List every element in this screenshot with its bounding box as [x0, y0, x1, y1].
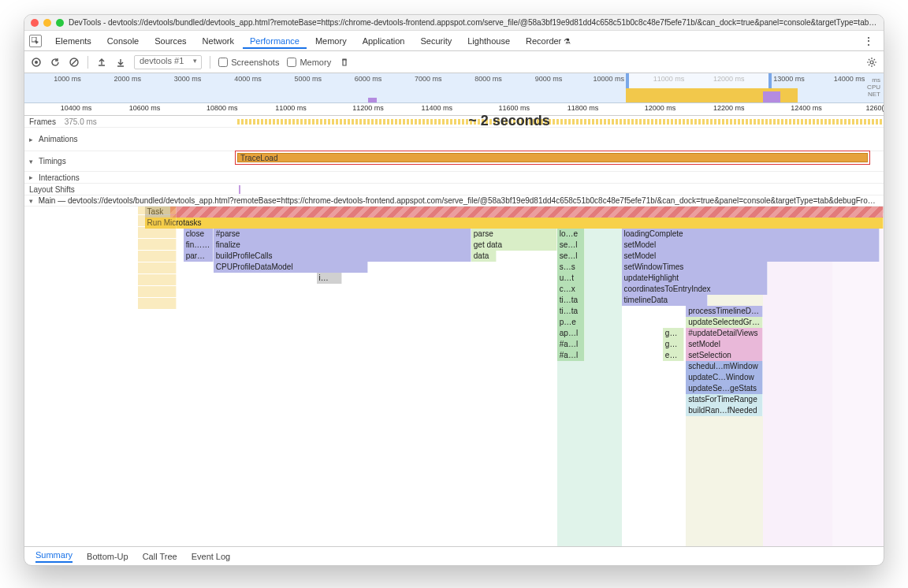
flame-entry-hashparse[interactable]: #parse: [214, 229, 471, 240]
flame-entry-close[interactable]: close: [184, 229, 214, 240]
tab-network[interactable]: Network: [195, 33, 241, 49]
traceload-label: TraceLoad: [240, 154, 277, 162]
flame-entry-statsfortimerange[interactable]: statsForTimeRange: [686, 394, 763, 405]
flame-entry-schedul-mwindow[interactable]: schedul…mWindow: [686, 361, 763, 372]
tab-security[interactable]: Security: [413, 33, 459, 49]
flame-entry-e[interactable]: e…: [663, 350, 684, 361]
flame-entry-s-s[interactable]: s…s: [557, 262, 585, 273]
flame-entry-run-microtasks[interactable]: Run Microtasks: [145, 218, 884, 229]
record-icon[interactable]: [31, 57, 42, 68]
window-minimize-icon[interactable]: [43, 19, 51, 27]
flame-entry-c-x[interactable]: c…x: [557, 284, 585, 295]
track-interactions[interactable]: ▸Interactions: [24, 172, 884, 184]
flame-entry-p-e[interactable]: p…e: [557, 317, 585, 328]
flame-entry-setselection[interactable]: setSelection: [686, 350, 763, 361]
clear-icon[interactable]: [69, 57, 80, 68]
flame-entry-par-at[interactable]: par…at: [184, 251, 214, 262]
flame-entry-updatec-window[interactable]: updateC…Window: [686, 372, 763, 383]
ruler-tick: 10600 ms: [129, 104, 161, 112]
flame-entry-setwindowtimes[interactable]: setWindowTimes: [622, 262, 768, 273]
flame-entry-se-l2[interactable]: se…l: [557, 251, 585, 262]
traceload-bar[interactable]: [237, 153, 868, 162]
window-close-icon[interactable]: [31, 19, 39, 27]
memory-checkbox[interactable]: Memory: [287, 58, 331, 67]
ruler-tick: 12400 ms: [791, 104, 822, 112]
flame-entry-g1[interactable]: g…: [663, 328, 684, 339]
profile-selector[interactable]: devtools #1: [134, 55, 202, 69]
flame-entry-loadingcomplete[interactable]: loadingComplete: [622, 229, 880, 240]
flame-entry-updateselectedgroup[interactable]: updateSelectedGroup: [686, 317, 763, 328]
tab-summary[interactable]: Summary: [35, 550, 73, 563]
reload-record-icon[interactable]: [50, 57, 61, 68]
flame-entry-ha-l[interactable]: #a…l: [557, 339, 585, 350]
flame-entry-g2[interactable]: g…: [663, 339, 684, 350]
track-timings[interactable]: ▾Timings TraceLoad: [24, 151, 884, 172]
flame-entry-ha-l2[interactable]: #a…l: [557, 350, 585, 361]
tab-recorder[interactable]: Recorder ⚗: [519, 33, 578, 49]
panel-tabs: Elements Console Sources Network Perform…: [24, 31, 884, 51]
flame-entry-buildprofilecalls[interactable]: buildProfileCalls: [214, 251, 471, 262]
ruler-tick: 12200 ms: [713, 104, 745, 112]
flame-entry-se-l[interactable]: se…l: [557, 240, 585, 251]
tab-application[interactable]: Application: [355, 33, 412, 49]
flame-entry-i[interactable]: i…: [317, 273, 343, 284]
flame-entry-ap-l[interactable]: ap…l: [557, 328, 585, 339]
flame-entry-processtimelinedata[interactable]: processTimelineData: [686, 306, 763, 317]
download-icon[interactable]: [115, 57, 126, 68]
window-title: DevTools - devtools://devtools/bundled/d…: [69, 18, 877, 27]
chevron-down-icon[interactable]: ▾: [29, 197, 35, 205]
chevron-down-icon[interactable]: ▾: [29, 158, 35, 166]
track-animations[interactable]: ▸Animations ~ 2 seconds: [24, 128, 884, 151]
main-track-header[interactable]: ▾ Main — devtools://devtools/bundled/dev…: [24, 195, 884, 207]
flame-entry-coordtoentryindex[interactable]: coordinatesToEntryIndex: [622, 284, 768, 295]
flame-entry-fin-ace[interactable]: fin…ace: [184, 240, 214, 251]
flask-icon: ⚗: [564, 37, 571, 46]
flame-entry-parse[interactable]: parse: [471, 229, 557, 240]
tab-memory[interactable]: Memory: [308, 33, 354, 49]
inspect-element-icon[interactable]: [29, 35, 42, 47]
flame-entry-ti-ta[interactable]: ti…ta: [557, 295, 585, 306]
chevron-right-icon[interactable]: ▸: [29, 173, 35, 181]
performance-toolbar: devtools #1 Screenshots Memory: [24, 51, 884, 73]
flame-entry-setmodel[interactable]: setModel: [622, 240, 880, 251]
flame-entry-setmodel3[interactable]: setModel: [686, 339, 763, 350]
chevron-right-icon[interactable]: ▸: [29, 136, 35, 143]
tab-sources[interactable]: Sources: [147, 33, 193, 49]
flame-entry-finalize[interactable]: finalize: [214, 240, 471, 251]
flame-entry-getdata[interactable]: get data: [471, 240, 557, 251]
track-frames[interactable]: Frames 375.0 ms: [24, 116, 884, 128]
flame-entry-ti-ta2[interactable]: ti…ta: [557, 306, 585, 317]
tab-elements[interactable]: Elements: [48, 33, 99, 49]
tab-performance[interactable]: Performance: [243, 33, 307, 49]
flame-entry-u-t[interactable]: u…t: [557, 273, 585, 284]
flame-chart[interactable]: Task Run Microtasks close #parse parse l…: [24, 207, 884, 546]
flame-entry-timelinedata[interactable]: timelineData: [622, 295, 708, 306]
flame-entry-updatese-gestats[interactable]: updateSe…geStats: [686, 383, 763, 394]
upload-icon[interactable]: [96, 57, 107, 68]
tab-console[interactable]: Console: [100, 33, 146, 49]
more-tabs-icon[interactable]: ⋮: [858, 35, 879, 47]
track-frames-value: 375.0 ms: [65, 117, 97, 126]
annotation-two-seconds: ~ 2 seconds: [468, 113, 550, 129]
flame-entry-buildran-fneeded[interactable]: buildRan…fNeeded: [686, 405, 763, 416]
tab-bottom-up[interactable]: Bottom-Up: [87, 552, 128, 561]
tab-lighthouse[interactable]: Lighthouse: [460, 33, 517, 49]
trash-icon[interactable]: [339, 57, 350, 68]
flame-entry-lo-e[interactable]: lo…e: [557, 229, 585, 240]
flame-entry-updatedetailviews[interactable]: #updateDetailViews: [686, 328, 763, 339]
window-zoom-icon[interactable]: [56, 19, 64, 27]
flame-entry-cpuprofiledatamodel[interactable]: CPUProfileDataModel: [214, 262, 368, 273]
track-layout-shifts[interactable]: Layout Shifts: [24, 184, 884, 195]
flame-entry-updatehighlight[interactable]: updateHighlight: [622, 273, 768, 284]
settings-gear-icon[interactable]: [866, 57, 877, 68]
tab-event-log[interactable]: Event Log: [192, 552, 231, 561]
timeline-overview[interactable]: 1000 ms 2000 ms 3000 ms 4000 ms 5000 ms …: [24, 73, 884, 103]
flame-entry-data[interactable]: data: [471, 251, 497, 262]
layout-shift-bar[interactable]: [239, 185, 240, 194]
flame-entry-setmodel2[interactable]: setModel: [622, 251, 880, 262]
tab-call-tree[interactable]: Call Tree: [143, 552, 177, 561]
screenshots-checkbox[interactable]: Screenshots: [218, 58, 279, 67]
ruler-tick: 10400 ms: [61, 104, 92, 112]
time-ruler[interactable]: 10400 ms 10600 ms 10800 ms 11000 ms 1120…: [24, 103, 884, 116]
tracks: Frames 375.0 ms ▸Animations ~ 2 seconds …: [24, 116, 884, 195]
